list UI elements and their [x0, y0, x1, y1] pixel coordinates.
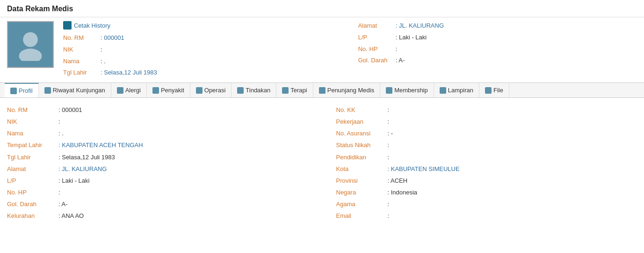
profile-right-row-0: No. KK:	[336, 105, 637, 115]
profile-right-value-6: : ACEH	[388, 176, 408, 186]
profile-right-row-5: Kota: KABUPATEN SIMEULUE	[336, 164, 637, 174]
tab-label-1: Riwayat Kunjungan	[53, 87, 105, 94]
profile-right-col: No. KK:Pekerjaan:No. Asuransi: -Status N…	[336, 105, 637, 221]
profile-left-label-4: Tgl Lahir	[7, 152, 58, 163]
profile-left-label-8: Gol. Darah	[7, 199, 58, 209]
label-nik: NIK	[63, 45, 101, 55]
label-nama: Nama	[63, 57, 101, 67]
profile-right-value-1: :	[388, 117, 390, 127]
label-tgllahir: Tgl Lahir	[63, 68, 101, 78]
value-goldarah: : A-	[396, 56, 405, 66]
profile-left-label-1: NIK	[7, 117, 58, 127]
profile-right-label-4: Pendidikan	[336, 152, 388, 163]
tab-label-9: Lampiran	[448, 87, 473, 94]
label-nrm: No. RM	[63, 33, 101, 43]
profile-left-row-7: No. HP:	[7, 187, 308, 198]
tab-icon-8	[386, 87, 392, 94]
profile-left-row-1: NIK:	[7, 117, 308, 127]
value-nohp: :	[396, 45, 398, 54]
top-section: Cetak History No. RM : 000001 NIK : Nama…	[0, 17, 644, 82]
profile-left-value-8: : A-	[58, 199, 68, 209]
profile-right-label-0: No. KK	[336, 105, 388, 115]
tab-icon-6	[282, 87, 289, 94]
profile-right-label-8: Agama	[336, 199, 388, 209]
profile-left-value-1: :	[58, 117, 60, 127]
tabs-bar: ProfilRiwayat KunjunganAlergiPenyakitOpe…	[0, 82, 644, 98]
value-tgllahir: : Selasa,12 Juli 1983	[101, 68, 157, 78]
top-info-left: Cetak History No. RM : 000001 NIK : Nama…	[63, 21, 157, 78]
profile-right-label-3: Status Nikah	[336, 140, 388, 150]
profile-left-row-6: L/P: Laki - Laki	[7, 176, 308, 186]
header-right-fields: Alamat : JL. KALIURANG L/P : Laki - Laki…	[358, 21, 470, 66]
profile-left-value-7: :	[58, 187, 60, 198]
profile-left-row-3: Tempat Lahir: KABUPATEN ACEH TENGAH	[7, 140, 308, 150]
tab-label-6: Terapi	[290, 87, 307, 94]
profile-left-label-3: Tempat Lahir	[7, 140, 58, 150]
tab-membership[interactable]: Membership	[380, 83, 434, 97]
profile-right-value-0: :	[388, 105, 390, 115]
tab-label-7: Penunjang Medis	[327, 87, 374, 94]
profile-right-row-6: Provinsi: ACEH	[336, 176, 637, 186]
tab-penunjang-medis[interactable]: Penunjang Medis	[313, 83, 380, 97]
top-info-right: Alamat : JL. KALIURANG L/P : Laki - Laki…	[358, 21, 470, 78]
profile-left-row-4: Tgl Lahir: Selasa,12 Juli 1983	[7, 152, 308, 163]
tab-label-3: Penyakit	[161, 87, 184, 94]
profile-content: No. RM: 000001NIK:Nama: .Tempat Lahir: K…	[0, 98, 644, 226]
profile-left-value-9: : ANA AO	[58, 211, 84, 221]
info-row-nohp: No. HP :	[358, 45, 470, 54]
tab-riwayat-kunjungan[interactable]: Riwayat Kunjungan	[39, 83, 111, 97]
profile-right-row-2: No. Asuransi: -	[336, 128, 637, 139]
profile-left-col: No. RM: 000001NIK:Nama: .Tempat Lahir: K…	[7, 105, 308, 221]
svg-point-0	[23, 32, 38, 47]
label-lp: L/P	[358, 33, 396, 43]
value-alamat: : JL. KALIURANG	[396, 21, 444, 31]
info-row-lp: L/P : Laki - Laki	[358, 33, 470, 43]
tab-label-8: Membership	[394, 87, 428, 94]
info-row-nama: Nama : .	[63, 57, 157, 67]
value-nama: : .	[101, 57, 106, 67]
profile-left-value-3: : KABUPATEN ACEH TENGAH	[58, 140, 143, 150]
profile-right-value-9: :	[388, 211, 390, 221]
info-row-tgllahir: Tgl Lahir : Selasa,12 Juli 1983	[63, 68, 157, 78]
profile-right-label-1: Pekerjaan	[336, 117, 388, 127]
profile-left-label-0: No. RM	[7, 105, 58, 115]
tab-profil[interactable]: Profil	[5, 83, 39, 97]
tab-penyakit[interactable]: Penyakit	[147, 83, 190, 97]
label-alamat: Alamat	[358, 21, 396, 31]
info-row-nrm: No. RM : 000001	[63, 33, 157, 43]
tab-operasi[interactable]: Operasi	[190, 83, 232, 97]
tab-terapi[interactable]: Terapi	[276, 83, 313, 97]
profile-right-row-1: Pekerjaan:	[336, 117, 637, 127]
profile-right-label-7: Negara	[336, 187, 388, 198]
page-title: Data Rekam Medis	[0, 0, 644, 17]
profile-right-label-2: No. Asuransi	[336, 128, 388, 139]
tab-tindakan[interactable]: Tindakan	[232, 83, 276, 97]
tab-icon-5	[237, 87, 244, 94]
tab-icon-3	[152, 87, 159, 94]
value-nrm: : 000001	[101, 33, 124, 43]
info-row-nik: NIK :	[63, 45, 157, 55]
profile-left-label-5: Alamat	[7, 164, 58, 174]
profile-right-label-6: Provinsi	[336, 176, 388, 186]
avatar	[7, 21, 54, 68]
info-row-goldarah: Gol. Darah : A-	[358, 56, 470, 66]
profile-right-value-4: :	[388, 152, 390, 163]
info-row-alamat: Alamat : JL. KALIURANG	[358, 21, 470, 31]
profile-left-row-0: No. RM: 000001	[7, 105, 308, 115]
profile-left-row-2: Nama: .	[7, 128, 308, 139]
tab-alergi[interactable]: Alergi	[111, 83, 147, 97]
cetak-history-button[interactable]: Cetak History	[63, 21, 157, 30]
tab-label-2: Alergi	[125, 87, 141, 94]
profile-left-value-5: : JL. KALIURANG	[58, 164, 107, 174]
tab-lampiran[interactable]: Lampiran	[434, 83, 479, 97]
tab-icon-0	[10, 88, 17, 94]
tab-label-5: Tindakan	[246, 87, 270, 94]
value-lp: : Laki - Laki	[396, 33, 427, 43]
profile-left-label-2: Nama	[7, 128, 58, 139]
tab-file[interactable]: File	[479, 83, 509, 97]
tab-label-10: File	[493, 87, 503, 94]
profile-left-label-9: Kelurahan	[7, 211, 58, 221]
profile-left-row-9: Kelurahan: ANA AO	[7, 211, 308, 221]
profile-right-row-8: Agama:	[336, 199, 637, 209]
profile-right-row-9: Email:	[336, 211, 637, 221]
